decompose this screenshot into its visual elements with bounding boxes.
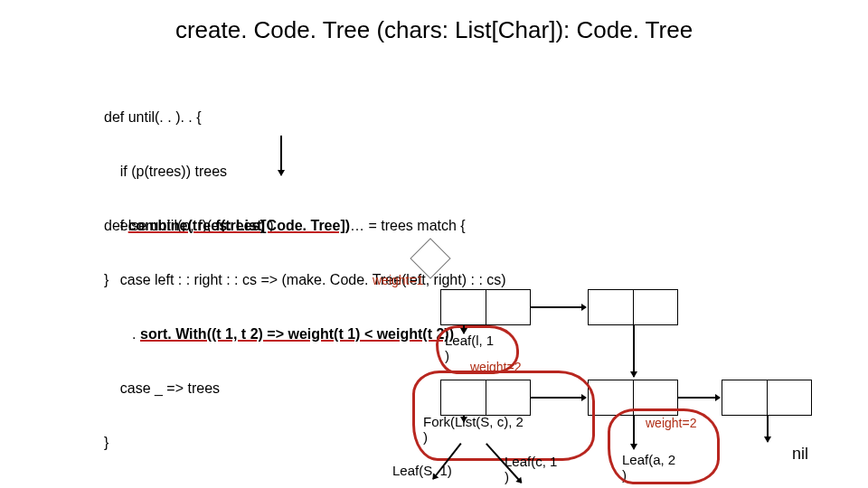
link-arrow-icon bbox=[677, 397, 720, 399]
node-leaf-c: Leaf(c, 1 ) bbox=[505, 454, 557, 484]
page-title: create. Code. Tree (chars: List[Char]): … bbox=[0, 16, 868, 44]
node-leaf-s: Leaf(S, 1) bbox=[392, 463, 452, 478]
node-leaf-a: Leaf(a, 2 ) bbox=[622, 452, 675, 483]
link-arrow-icon bbox=[767, 415, 769, 442]
weight-label: weight=2 bbox=[646, 416, 696, 430]
highlight-combine-sig: combine(trees: List[Code. Tree]) bbox=[128, 218, 350, 233]
list-cell bbox=[440, 380, 531, 416]
node-nil: nil bbox=[792, 445, 808, 464]
list-cell bbox=[440, 289, 531, 325]
node-leaf-l: Leaf(l, 1 ) bbox=[445, 333, 494, 363]
code-line: def until(. . ). . { bbox=[104, 108, 274, 127]
code-line: if (p(trees)) trees bbox=[104, 163, 274, 181]
link-arrow-icon bbox=[463, 324, 465, 333]
code-line: def combine(trees: List[Code. Tree])… = … bbox=[104, 217, 506, 235]
weight-label: weight=1 bbox=[373, 273, 423, 287]
arrow-ftrees-to-combine bbox=[280, 136, 282, 175]
node-fork: Fork(List(S, c), 2 ) bbox=[423, 414, 524, 445]
list-cell bbox=[588, 289, 678, 325]
list-cell bbox=[588, 380, 678, 416]
link-arrow-icon bbox=[633, 324, 635, 377]
link-arrow-icon bbox=[530, 306, 586, 308]
code-line: case left : : right : : cs => (make. Cod… bbox=[104, 271, 506, 289]
link-arrow-icon bbox=[633, 415, 635, 449]
link-arrow-icon bbox=[530, 397, 586, 399]
highlight-sortwith: sort. With((t 1, t 2) => weight(t 1) < w… bbox=[140, 326, 454, 342]
list-cell bbox=[722, 380, 812, 416]
weight-label: weight=2 bbox=[470, 360, 521, 374]
link-arrow-icon bbox=[463, 415, 465, 422]
